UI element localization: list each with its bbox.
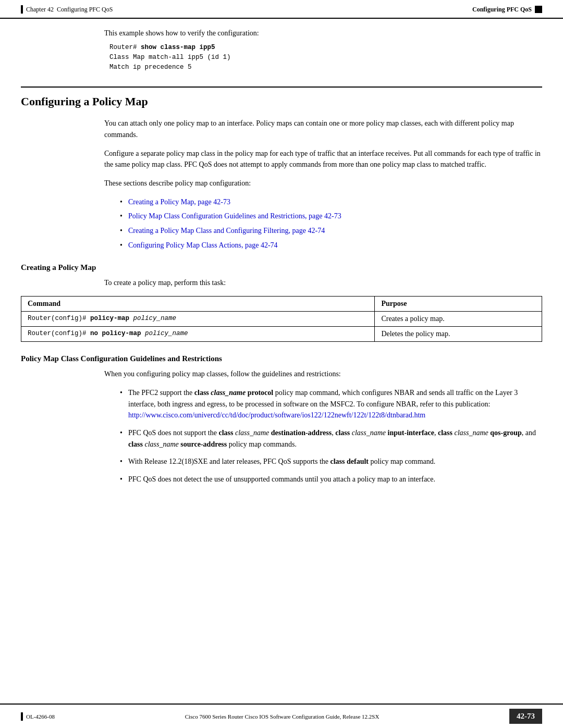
- footer-doc-id: OL-4266-08: [26, 713, 55, 720]
- list-item: Configuring Policy Map Class Actions, pa…: [120, 240, 542, 251]
- code-command: show class-map ipp5: [141, 44, 215, 51]
- nbar-link[interactable]: http://www.cisco.com/univercd/cc/td/doc/…: [128, 411, 425, 419]
- main-content: This example shows how to verify the con…: [0, 19, 563, 534]
- list-item: PFC QoS does not support the class class…: [120, 427, 542, 450]
- col-purpose: Purpose: [375, 297, 542, 312]
- list-item: PFC QoS does not detect the use of unsup…: [120, 474, 542, 485]
- task-intro: To create a policy map, perform this tas…: [104, 277, 542, 289]
- intro-text: This example shows how to verify the con…: [104, 29, 542, 38]
- cmd-prefix: Router(config)#: [28, 315, 90, 322]
- cmd-italic: policy_name: [141, 330, 188, 337]
- bullet-text: The PFC2 support the class class_name pr…: [128, 389, 518, 408]
- command-table: Command Purpose Router(config)# policy-m…: [21, 296, 542, 342]
- section-para3: These sections describe policy map confi…: [104, 178, 542, 189]
- footer-bar-icon: [21, 712, 23, 721]
- list-item: Creating a Policy Map, page 42-73: [120, 196, 542, 208]
- code-line3: Match ip precedence 5: [109, 63, 542, 72]
- header-section: Configuring PFC QoS: [57, 6, 113, 14]
- bullet-text: PFC QoS does not detect the use of unsup…: [128, 475, 435, 483]
- list-item: The PFC2 support the class class_name pr…: [120, 387, 542, 421]
- page-footer: OL-4266-08 Cisco 7600 Series Router Cisc…: [0, 704, 563, 728]
- table-header-row: Command Purpose: [21, 297, 542, 312]
- section-link[interactable]: Creating a Policy Map Class and Configur…: [128, 227, 325, 235]
- subsection2-title: Policy Map Class Configuration Guideline…: [21, 354, 542, 363]
- purpose-cell-2: Deletes the policy map.: [375, 327, 542, 342]
- footer-book-title: Cisco 7600 Series Router Cisco IOS Softw…: [185, 713, 380, 720]
- header-bar-icon: [21, 5, 23, 14]
- guidelines-bullets: The PFC2 support the class class_name pr…: [120, 387, 542, 485]
- cmd-cell-2: Router(config)# no policy-map policy_nam…: [21, 327, 375, 342]
- table-row: Router(config)# no policy-map policy_nam…: [21, 327, 542, 342]
- bullet-text: With Release 12.2(18)SXE and later relea…: [128, 458, 435, 465]
- bullet-text: PFC QoS does not support the class class…: [128, 429, 536, 448]
- list-item: With Release 12.2(18)SXE and later relea…: [120, 456, 542, 467]
- header-left: Chapter 42 Configuring PFC QoS: [21, 5, 113, 14]
- intro-block: This example shows how to verify the con…: [104, 29, 542, 72]
- header-right-bar: [535, 6, 542, 13]
- main-section-title: Configuring a Policy Map: [21, 87, 542, 108]
- code-line1: Router# show class-map ipp5: [109, 43, 542, 53]
- cmd-italic: policy_name: [129, 315, 176, 322]
- cmd-prefix: Router(config)#: [28, 330, 90, 337]
- section-para2: Configure a separate policy map class in…: [104, 148, 542, 170]
- header-right: Configuring PFC QoS: [472, 6, 542, 14]
- footer-left: OL-4266-08: [21, 712, 55, 721]
- section-link[interactable]: Creating a Policy Map, page 42-73: [128, 198, 230, 206]
- section-link[interactable]: Configuring Policy Map Class Actions, pa…: [128, 241, 278, 249]
- list-item: Policy Map Class Configuration Guideline…: [120, 211, 542, 222]
- section-bullets: Creating a Policy Map, page 42-73 Policy…: [120, 196, 542, 251]
- subsection2-intro: When you configuring policy map classes,…: [104, 368, 542, 380]
- section-para1: You can attach only one policy map to an…: [104, 118, 542, 140]
- footer-page-number: 42-73: [509, 709, 542, 724]
- subsection1-title: Creating a Policy Map: [21, 263, 542, 272]
- cmd-bold: no policy-map: [90, 330, 141, 337]
- table-row: Router(config)# policy-map policy_name C…: [21, 312, 542, 327]
- footer-center: Cisco 7600 Series Router Cisco IOS Softw…: [185, 713, 380, 720]
- code-line2: Class Map match-all ipp5 (id 1): [109, 53, 542, 63]
- code-prefix: Router#: [109, 44, 141, 51]
- cmd-bold: policy-map: [90, 315, 129, 322]
- cmd-cell-1: Router(config)# policy-map policy_name: [21, 312, 375, 327]
- page-header: Chapter 42 Configuring PFC QoS Configuri…: [0, 0, 563, 19]
- header-chapter: Chapter 42: [26, 6, 54, 14]
- code-block: Router# show class-map ipp5 Class Map ma…: [109, 43, 542, 72]
- section-link[interactable]: Policy Map Class Configuration Guideline…: [128, 212, 341, 220]
- col-command: Command: [21, 297, 375, 312]
- purpose-cell-1: Creates a policy map.: [375, 312, 542, 327]
- header-right-section: Configuring PFC QoS: [472, 6, 532, 14]
- list-item: Creating a Policy Map Class and Configur…: [120, 225, 542, 237]
